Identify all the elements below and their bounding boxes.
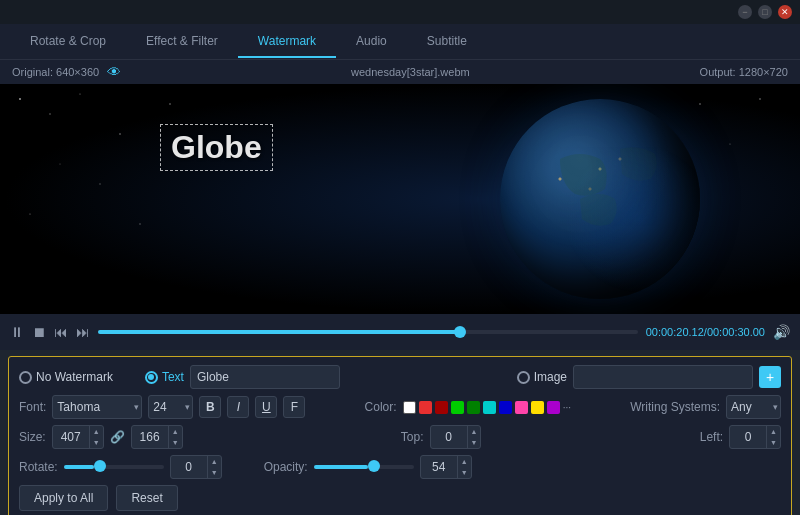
- size-height-field[interactable]: [132, 430, 168, 444]
- bold-button[interactable]: B: [199, 396, 221, 418]
- image-radio-label: Image: [534, 370, 567, 384]
- minimize-button[interactable]: −: [738, 5, 752, 19]
- tab-audio[interactable]: Audio: [336, 26, 407, 58]
- top-arrows: ▲ ▼: [467, 426, 481, 448]
- left-field[interactable]: [730, 430, 766, 444]
- svg-point-8: [139, 223, 140, 224]
- opacity-field[interactable]: [421, 460, 457, 474]
- color-swatch-cyan[interactable]: [483, 401, 496, 414]
- rotate-slider-filled: [64, 465, 94, 469]
- opacity-up[interactable]: ▲: [458, 456, 471, 467]
- left-down[interactable]: ▼: [767, 437, 780, 448]
- watermark-type-row: No Watermark Text Image +: [19, 365, 781, 389]
- rotate-down[interactable]: ▼: [208, 467, 221, 478]
- top-up[interactable]: ▲: [468, 426, 481, 437]
- svg-point-1: [49, 113, 51, 115]
- rotate-field[interactable]: [171, 460, 207, 474]
- size-width-down[interactable]: ▼: [90, 437, 103, 448]
- apply-to-all-button[interactable]: Apply to All: [19, 485, 108, 511]
- top-down[interactable]: ▼: [468, 437, 481, 448]
- size-width-up[interactable]: ▲: [90, 426, 103, 437]
- tab-subtitle[interactable]: Subtitle: [407, 26, 487, 58]
- color-swatch-yellow[interactable]: [531, 401, 544, 414]
- tab-rotate-crop[interactable]: Rotate & Crop: [10, 26, 126, 58]
- size-height-down[interactable]: ▼: [169, 437, 182, 448]
- text-radio-circle: [145, 371, 158, 384]
- progress-track[interactable]: [98, 330, 638, 334]
- rotate-slider-thumb[interactable]: [94, 460, 106, 472]
- next-frame-button[interactable]: ⏭: [76, 324, 90, 340]
- color-label: Color:: [365, 400, 397, 414]
- rotate-up[interactable]: ▲: [208, 456, 221, 467]
- video-info-bar: Original: 640×360 👁 wednesday[3star].web…: [0, 60, 800, 84]
- watermark-image-input[interactable]: [573, 365, 753, 389]
- svg-point-0: [19, 98, 21, 100]
- color-swatch-blue[interactable]: [499, 401, 512, 414]
- no-watermark-radio[interactable]: No Watermark: [19, 370, 113, 384]
- color-swatch-purple[interactable]: [547, 401, 560, 414]
- rotate-input: ▲ ▼: [170, 455, 222, 479]
- opacity-slider-thumb[interactable]: [368, 460, 380, 472]
- color-swatches: ···: [403, 401, 571, 414]
- no-watermark-radio-circle: [19, 371, 32, 384]
- writing-systems-label: Writing Systems:: [630, 400, 720, 414]
- text-radio[interactable]: Text: [145, 370, 184, 384]
- color-swatch-white[interactable]: [403, 401, 416, 414]
- underline-button[interactable]: U: [255, 396, 277, 418]
- progress-filled: [98, 330, 460, 334]
- volume-button[interactable]: 🔊: [773, 324, 790, 340]
- watermark-text-input[interactable]: [190, 365, 340, 389]
- opacity-slider-wrap: [314, 465, 414, 469]
- writing-system-select-wrap: Any: [726, 395, 781, 419]
- italic-button[interactable]: I: [227, 396, 249, 418]
- font-label: Font:: [19, 400, 46, 414]
- video-preview: Globe: [0, 84, 800, 314]
- output-size-label: Output: 1280×720: [700, 66, 788, 78]
- rotate-arrows: ▲ ▼: [207, 456, 221, 478]
- svg-point-10: [729, 143, 730, 144]
- eye-icon[interactable]: 👁: [107, 64, 121, 80]
- filename-label: wednesday[3star].webm: [351, 66, 470, 78]
- font-size-select[interactable]: 24: [148, 395, 193, 419]
- watermark-preview-text[interactable]: Globe: [160, 124, 273, 171]
- text-radio-label: Text: [162, 370, 184, 384]
- reset-button[interactable]: Reset: [116, 485, 177, 511]
- prev-frame-button[interactable]: ⏮: [54, 324, 68, 340]
- left-up[interactable]: ▲: [767, 426, 780, 437]
- rotate-slider-track[interactable]: [64, 465, 164, 469]
- size-width-field[interactable]: [53, 430, 89, 444]
- left-input: ▲ ▼: [729, 425, 781, 449]
- progress-thumb[interactable]: [454, 326, 466, 338]
- color-swatch-green[interactable]: [451, 401, 464, 414]
- size-height-arrows: ▲ ▼: [168, 426, 182, 448]
- size-height-up[interactable]: ▲: [169, 426, 182, 437]
- pause-button[interactable]: ⏸: [10, 324, 24, 340]
- size-position-row: Size: ▲ ▼ 🔗 ▲ ▼ Top: ▲ ▼ Left:: [19, 425, 781, 449]
- link-dimensions-icon[interactable]: 🔗: [110, 430, 125, 444]
- add-image-button[interactable]: +: [759, 366, 781, 388]
- close-button[interactable]: ✕: [778, 5, 792, 19]
- font-select[interactable]: Tahoma: [52, 395, 142, 419]
- tab-watermark[interactable]: Watermark: [238, 26, 336, 58]
- color-swatch-red[interactable]: [419, 401, 432, 414]
- top-field[interactable]: [431, 430, 467, 444]
- image-radio[interactable]: Image: [517, 370, 567, 384]
- writing-system-select[interactable]: Any: [726, 395, 781, 419]
- color-swatch-darkred[interactable]: [435, 401, 448, 414]
- watermark-panel: No Watermark Text Image + Font: Tahoma 2…: [8, 356, 792, 515]
- maximize-button[interactable]: □: [758, 5, 772, 19]
- stop-button[interactable]: ⏹: [32, 324, 46, 340]
- strikethrough-button[interactable]: F: [283, 396, 305, 418]
- tab-effect-filter[interactable]: Effect & Filter: [126, 26, 238, 58]
- image-radio-circle: [517, 371, 530, 384]
- original-size-label: Original: 640×360: [12, 66, 99, 78]
- more-colors-button[interactable]: ···: [563, 402, 571, 413]
- opacity-down[interactable]: ▼: [458, 467, 471, 478]
- opacity-label: Opacity:: [264, 460, 308, 474]
- earth-globe: [500, 99, 700, 299]
- color-swatch-darkgreen[interactable]: [467, 401, 480, 414]
- playback-controls: ⏸ ⏹ ⏮ ⏭ 00:00:20.12/00:00:30.00 🔊: [0, 314, 800, 350]
- opacity-slider-track[interactable]: [314, 465, 414, 469]
- color-swatch-pink[interactable]: [515, 401, 528, 414]
- no-watermark-label: No Watermark: [36, 370, 113, 384]
